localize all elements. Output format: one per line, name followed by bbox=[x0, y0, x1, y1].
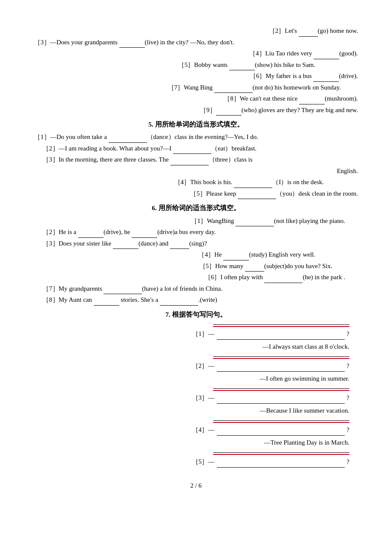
item7-2-lines bbox=[34, 356, 358, 359]
q-bracket-3: ［3］— bbox=[192, 393, 215, 404]
blank-5-4 bbox=[234, 182, 272, 188]
blank-4-2 bbox=[299, 30, 318, 37]
item-5-4: ［4］This book is his. （I）is on the desk. bbox=[34, 177, 358, 188]
item7-1-answer: —I always start class at 8 o'clock. bbox=[34, 341, 358, 353]
item7-3-lines bbox=[34, 388, 358, 391]
blank-4-9 bbox=[216, 109, 242, 116]
blank-6-6 bbox=[264, 277, 303, 283]
item-4-2: ［2］Let's (go) home now. bbox=[34, 26, 358, 37]
q-bracket-5: ［5］— bbox=[192, 457, 215, 468]
item7-1-lines bbox=[34, 324, 358, 327]
item-6-4: ［4］He (study) English very well. bbox=[34, 249, 358, 260]
blank-5-3 bbox=[170, 159, 209, 165]
q-bracket-1: ［1］— bbox=[192, 329, 215, 340]
item-6-1: ［1］WangBing (not like) playing the piano… bbox=[34, 216, 358, 227]
answer-line-red-5 bbox=[213, 454, 349, 455]
page-content: ［2］Let's (go) home now. ［3］—Does your gr… bbox=[34, 26, 358, 491]
item-4-4: ［4］Liu Tao rides very (good). bbox=[34, 48, 358, 59]
answer-line-red-4 bbox=[213, 422, 349, 423]
item-6-5: ［5］How many (subject)do you have? Six. bbox=[34, 261, 358, 272]
item-6-6: ［6］I often play with (he) in the park . bbox=[34, 272, 358, 283]
blank-4-8 bbox=[299, 98, 325, 104]
blank-6-3a bbox=[113, 243, 138, 249]
section5-title: 5. 用所给单词的适当形式填空。 bbox=[34, 119, 358, 130]
item7-2-question: ［2］— ? bbox=[34, 361, 358, 372]
blank-4-7 bbox=[214, 87, 253, 93]
blank-6-2b bbox=[132, 231, 157, 238]
section7-item-5: ［5］— ? bbox=[34, 452, 358, 468]
section7-item-4: ［4］— ? —Tree Planting Day is in March. bbox=[34, 420, 358, 448]
blank-6-3b bbox=[170, 243, 189, 249]
item-6-7: ［7］My grandparents (have) a lot of frien… bbox=[34, 283, 358, 295]
q-line-1 bbox=[217, 339, 345, 340]
item-4-3: ［3］—Does your grandparents (live) in the… bbox=[34, 37, 358, 48]
section7-title: 7. 根据答句写问句。 bbox=[34, 309, 358, 320]
blank-6-2a bbox=[78, 231, 104, 238]
item-4-6: ［6］My father is a bus (drive). bbox=[34, 71, 358, 82]
item7-5-question: ［5］— ? bbox=[34, 457, 358, 468]
answer-line-black-2a bbox=[213, 356, 349, 357]
blank-4-6 bbox=[313, 75, 339, 82]
section7: 7. 根据答句写问句。 ［1］— ? —I always start class… bbox=[34, 309, 358, 468]
q-mark-5: ? bbox=[346, 457, 349, 468]
answer-line-red-2 bbox=[213, 358, 349, 359]
blank-5-2 bbox=[173, 147, 211, 154]
item7-2-answer: —I often go swimming in summer. bbox=[34, 373, 358, 384]
item-6-2: ［2］He is a (drive), he (drive)a bus ever… bbox=[34, 227, 358, 238]
answer-line-black-5a bbox=[213, 452, 349, 453]
blank-5-1 bbox=[109, 136, 147, 143]
section7-item-1: ［1］— ? —I always start class at 8 o'cloc… bbox=[34, 324, 358, 352]
blank-4-5 bbox=[229, 64, 255, 70]
answer-line-black-1a bbox=[213, 324, 349, 325]
item7-4-question: ［4］— ? bbox=[34, 425, 358, 436]
q-bracket-2: ［2］— bbox=[192, 361, 215, 372]
item-4-9: ［9］(who) gloves are they? They are big a… bbox=[34, 105, 358, 116]
answer-line-red-3 bbox=[213, 390, 349, 391]
blank-6-1 bbox=[236, 220, 274, 226]
answer-line-black-3a bbox=[213, 388, 349, 389]
item-6-8: ［8］My Aunt can stories. She's a .(write) bbox=[34, 295, 358, 306]
section6: 6. 用所给词的适当形式填空。 ［1］WangBing (not like) p… bbox=[34, 202, 358, 305]
item-5-3: ［3］In the morning, there are three class… bbox=[34, 154, 358, 165]
section7-item-3: ［3］— ? —Because I like summer vacation. bbox=[34, 388, 358, 416]
item7-3-question: ［3］— ? bbox=[34, 393, 358, 404]
item7-4-answer: —Tree Planting Day is in March. bbox=[34, 437, 358, 448]
q-line-4 bbox=[217, 435, 345, 436]
q-line-3 bbox=[217, 403, 345, 404]
section4-content: ［2］Let's (go) home now. ［3］—Does your gr… bbox=[34, 26, 358, 116]
q-line-2 bbox=[217, 371, 345, 372]
q-mark-4: ? bbox=[346, 425, 349, 436]
section5: 5. 用所给单词的适当形式填空。 ［1］—Do you often take a… bbox=[34, 119, 358, 199]
item-4-5: ［5］Bobby wants (show) his bike to Sam. bbox=[34, 60, 358, 71]
blank-4-3 bbox=[119, 41, 145, 48]
section7-item-2: ［2］— ? —I often go swimming in summer. bbox=[34, 356, 358, 384]
q-mark-2: ? bbox=[346, 361, 349, 372]
item7-1-question: ［1］— ? bbox=[34, 329, 358, 340]
page-number: 2 / 6 bbox=[34, 480, 358, 491]
q-mark-3: ? bbox=[346, 393, 349, 404]
blank-6-8a bbox=[94, 299, 119, 306]
item7-4-lines bbox=[34, 420, 358, 423]
item-5-2: ［2］—I am reading a book. What about you?… bbox=[34, 143, 358, 154]
q-mark-1: ? bbox=[346, 329, 349, 340]
blank-6-8b bbox=[160, 299, 198, 306]
item7-5-lines bbox=[34, 452, 358, 455]
blank-5-5 bbox=[238, 193, 276, 199]
item-5-5: ［5］Please keep （you）desk clean in the ro… bbox=[34, 188, 358, 199]
blank-4-4 bbox=[314, 53, 339, 59]
q-line-5 bbox=[217, 467, 345, 468]
item-5-1: ［1］—Do you often take a （dance）class in … bbox=[34, 132, 358, 143]
item-6-3: ［3］Does your sister like (dance) and (si… bbox=[34, 238, 358, 249]
item-4-8: ［8］We can't eat these nice (mushroom). bbox=[34, 93, 358, 104]
answer-line-black-4a bbox=[213, 420, 349, 421]
q-bracket-4: ［4］— bbox=[192, 425, 215, 436]
answer-line-red-1 bbox=[213, 326, 349, 327]
blank-6-4 bbox=[223, 254, 249, 260]
blank-6-7 bbox=[104, 288, 142, 294]
item-5-3-cont: English. bbox=[34, 166, 358, 177]
item-4-7: ［7］Wang Bing (not do) his homework on Su… bbox=[34, 82, 358, 93]
item7-3-answer: —Because I like summer vacation. bbox=[34, 405, 358, 416]
blank-6-5 bbox=[245, 265, 264, 272]
section6-title: 6. 用所给词的适当形式填空。 bbox=[34, 202, 358, 214]
